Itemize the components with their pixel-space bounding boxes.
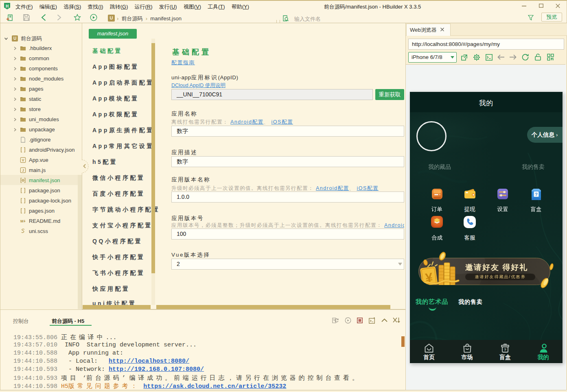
svg-text:?: ? — [535, 192, 538, 197]
svg-text:?: ? — [504, 348, 506, 352]
svg-text:J: J — [22, 168, 24, 172]
svg-text:V: V — [22, 158, 24, 162]
svg-text:H: H — [6, 4, 9, 9]
svg-text:M: M — [20, 219, 24, 223]
